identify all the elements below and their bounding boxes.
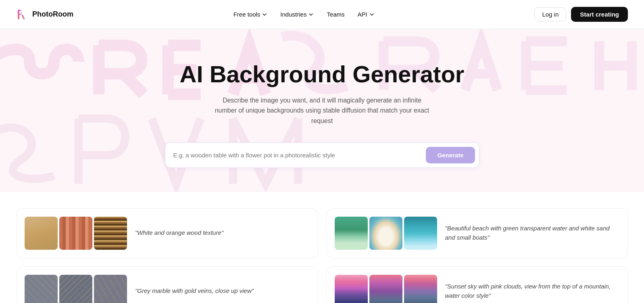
hero-title: AI Background Generator bbox=[8, 61, 636, 87]
card-sunset-images bbox=[335, 275, 437, 303]
card-marble-label: "Grey marble with gold veins, close up v… bbox=[135, 286, 254, 296]
chevron-down-icon bbox=[369, 12, 375, 17]
nav-api[interactable]: API bbox=[352, 8, 380, 21]
card-beach-label: "Beautiful beach with green transparent … bbox=[445, 224, 620, 242]
card-img-marble-3 bbox=[94, 275, 127, 303]
hero-section: AI Background Generator Describe the ima… bbox=[0, 29, 644, 192]
card-img-wood-3 bbox=[94, 217, 127, 250]
card-wood-images bbox=[25, 217, 127, 250]
navbar: PhotoRoom Free tools Industries Teams AP… bbox=[0, 0, 644, 29]
card-img-beach-2 bbox=[369, 217, 402, 250]
card-marble-images bbox=[25, 275, 127, 303]
card-img-wood-2 bbox=[59, 217, 92, 250]
card-wood-label: "White and orange wood texture" bbox=[135, 228, 223, 238]
logo-icon bbox=[16, 8, 29, 21]
nav-industries[interactable]: Industries bbox=[275, 8, 319, 21]
logo-link[interactable]: PhotoRoom bbox=[16, 8, 73, 21]
login-button[interactable]: Log in bbox=[534, 7, 566, 21]
start-creating-button[interactable]: Start creating bbox=[571, 7, 628, 22]
hero-subtitle: Describe the image you want, and it will… bbox=[213, 95, 431, 126]
card-img-beach-3 bbox=[404, 217, 437, 250]
chevron-down-icon bbox=[308, 12, 314, 17]
card-img-sunset-3 bbox=[404, 275, 437, 303]
card-img-sunset-1 bbox=[335, 275, 368, 303]
cards-section: "White and orange wood texture" "Beautif… bbox=[0, 192, 644, 303]
card-sunset-label: "Sunset sky with pink clouds, view from … bbox=[445, 282, 620, 300]
nav-teams[interactable]: Teams bbox=[321, 8, 350, 21]
card-sunset: "Sunset sky with pink clouds, view from … bbox=[326, 266, 628, 303]
card-img-beach-1 bbox=[335, 217, 368, 250]
nav-links: Free tools Industries Teams API bbox=[228, 8, 380, 21]
card-img-marble-1 bbox=[25, 275, 58, 303]
card-wood: "White and orange wood texture" bbox=[16, 208, 318, 258]
card-beach-images bbox=[335, 217, 437, 250]
card-img-marble-2 bbox=[59, 275, 92, 303]
card-marble: "Grey marble with gold veins, close up v… bbox=[16, 266, 318, 303]
logo-text: PhotoRoom bbox=[32, 10, 73, 19]
nav-actions: Log in Start creating bbox=[534, 7, 628, 22]
hero-content: AI Background Generator Describe the ima… bbox=[8, 61, 636, 168]
generate-button[interactable]: Generate bbox=[426, 147, 475, 163]
card-img-wood-1 bbox=[25, 217, 58, 250]
chevron-down-icon bbox=[262, 12, 267, 17]
search-input[interactable] bbox=[173, 152, 426, 159]
cards-grid: "White and orange wood texture" "Beautif… bbox=[16, 208, 628, 303]
card-img-sunset-2 bbox=[369, 275, 402, 303]
nav-free-tools[interactable]: Free tools bbox=[228, 8, 273, 21]
search-bar: Generate bbox=[165, 142, 479, 168]
card-beach: "Beautiful beach with green transparent … bbox=[326, 208, 628, 258]
